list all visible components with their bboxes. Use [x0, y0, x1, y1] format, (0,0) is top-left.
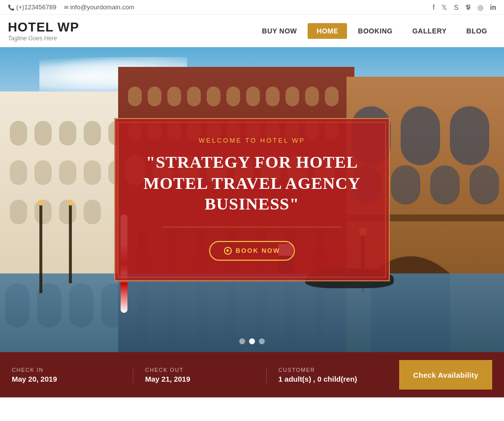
booking-bar: CHECK IN May 20, 2019 CHECK OUT May 21, … — [0, 352, 504, 397]
checkout-field[interactable]: CHECK OUT May 21, 2019 — [133, 367, 267, 383]
carousel-dot-3[interactable] — [259, 338, 265, 344]
main-nav: BUY NOW HOME BOOKING GALLERY BLOG — [253, 23, 496, 39]
checkout-value: May 21, 2019 — [145, 375, 254, 383]
nav-home[interactable]: HOME — [308, 23, 347, 39]
nav-blog[interactable]: BLOG — [458, 23, 496, 39]
top-bar-contacts: (+)123456789 info@yourdomain.com — [8, 3, 134, 11]
twitter-icon[interactable]: 𝕏 — [441, 3, 447, 11]
hero-subtitle: WELCOME TO HOTEL WP — [140, 137, 364, 144]
hero-overlay: WELCOME TO HOTEL WP "STRATEGY FOR HOTEL … — [0, 47, 504, 352]
site-header: HOTEL WP Tagline Goes Here BUY NOW HOME … — [0, 15, 504, 47]
nav-buy-now[interactable]: BUY NOW — [253, 23, 306, 39]
carousel-dots — [239, 338, 265, 344]
hero-divider — [162, 227, 342, 227]
checkin-value: May 20, 2019 — [12, 375, 121, 383]
phone-number: (+)123456789 — [8, 3, 56, 11]
nav-booking[interactable]: BOOKING — [349, 23, 401, 39]
hero-title: "STRATEGY FOR HOTEL MOTEL TRAVEL AGENCY … — [140, 152, 364, 215]
checkout-label: CHECK OUT — [145, 367, 254, 373]
customer-value: 1 adult(s) , 0 child(ren) — [279, 375, 388, 383]
checkin-label: CHECK IN — [12, 367, 121, 373]
facebook-icon[interactable]: f — [433, 3, 435, 11]
checkin-field[interactable]: CHECK IN May 20, 2019 — [12, 367, 133, 383]
nav-gallery[interactable]: GALLERY — [404, 23, 456, 39]
customer-field[interactable]: CUSTOMER 1 adult(s) , 0 child(ren) — [267, 367, 400, 383]
carousel-dot-1[interactable] — [239, 338, 245, 344]
hero-section: WELCOME TO HOTEL WP "STRATEGY FOR HOTEL … — [0, 47, 504, 352]
customer-label: CUSTOMER — [279, 367, 388, 373]
logo: HOTEL WP Tagline Goes Here — [8, 20, 79, 42]
instagram-icon[interactable]: ◎ — [477, 3, 483, 11]
logo-tagline: Tagline Goes Here — [8, 35, 79, 42]
linkedin-icon[interactable]: in — [490, 3, 496, 11]
social-links: f 𝕏 S 𝕻 ◎ in — [433, 3, 496, 11]
carousel-dot-2[interactable] — [249, 338, 255, 344]
logo-title: HOTEL WP — [8, 20, 79, 35]
hero-card: WELCOME TO HOTEL WP "STRATEGY FOR HOTEL … — [114, 118, 390, 281]
skype-icon[interactable]: S — [454, 3, 458, 11]
pinterest-icon[interactable]: 𝕻 — [466, 3, 471, 11]
check-availability-button[interactable]: Check Availability — [399, 360, 492, 390]
email-address: info@yourdomain.com — [64, 3, 134, 11]
top-bar: (+)123456789 info@yourdomain.com f 𝕏 S 𝕻… — [0, 0, 504, 15]
eye-icon — [224, 247, 232, 255]
book-now-label: BOOK NOW — [236, 247, 280, 254]
book-now-button[interactable]: BOOK NOW — [209, 241, 295, 261]
